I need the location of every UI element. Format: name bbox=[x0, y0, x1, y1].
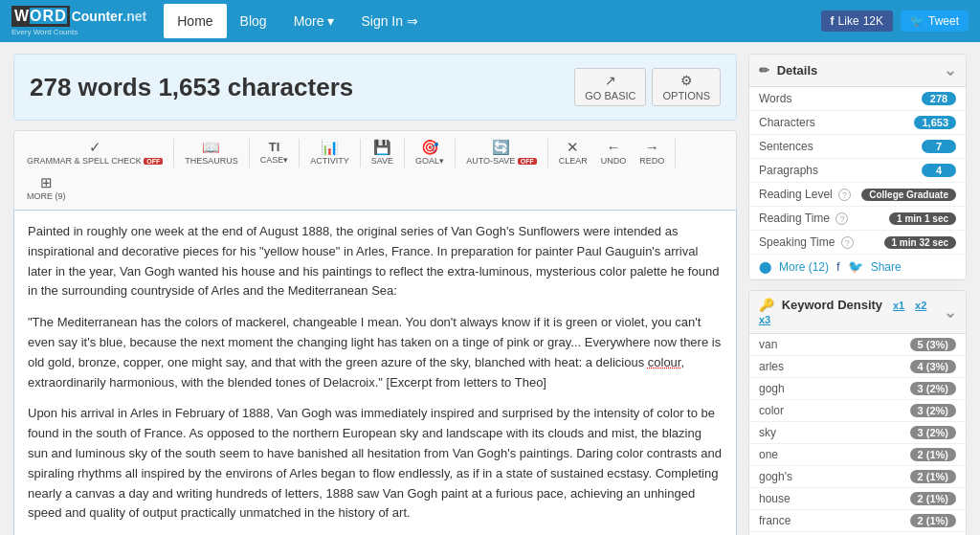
keyword-density-collapse-button[interactable]: ⌄ bbox=[944, 303, 956, 322]
thesaurus-button[interactable]: 📖 THESAURUS bbox=[180, 137, 243, 168]
divider-8 bbox=[675, 139, 676, 167]
gear-icon: ⚙ bbox=[680, 73, 693, 88]
keyword-count: 2 (1%) bbox=[910, 514, 956, 527]
keyword-row: sky3 (2%) bbox=[749, 422, 966, 444]
facebook-like-button[interactable]: f Like 12K bbox=[821, 11, 893, 32]
keyword-density-header: 🔑 Keyword Density x1 x2 x3 ⌄ bbox=[749, 291, 966, 334]
grammar-spell-check-button[interactable]: ✓ GRAMMAR & SPELL CHECK OFF bbox=[22, 137, 167, 168]
divider-4 bbox=[360, 139, 361, 167]
autosave-status: OFF bbox=[518, 158, 537, 165]
keyword-word: house bbox=[759, 492, 791, 505]
stats-bar: 278 words 1,653 characters ↗ GO BASIC ⚙ … bbox=[13, 54, 737, 121]
autosave-label: AUTO-SAVE OFF bbox=[466, 156, 537, 166]
words-label: Words bbox=[759, 92, 791, 105]
keyword-header-left: 🔑 Keyword Density x1 x2 x3 bbox=[759, 298, 944, 326]
keyword-count: 3 (2%) bbox=[910, 382, 956, 395]
keyword-word: color bbox=[759, 404, 784, 417]
kd-x1-button[interactable]: x1 bbox=[893, 300, 904, 311]
redo-button[interactable]: → REDO bbox=[635, 137, 669, 168]
reading-level-info-icon[interactable]: ? bbox=[838, 189, 851, 201]
detail-characters-row: Characters 1,653 bbox=[749, 111, 966, 135]
logo-net: .net bbox=[122, 9, 146, 24]
keyword-word: gogh bbox=[759, 382, 785, 395]
goal-button[interactable]: 🎯 GOAL▾ bbox=[411, 137, 449, 168]
case-label: CASE▾ bbox=[260, 155, 289, 165]
redo-label: REDO bbox=[639, 156, 664, 166]
clear-button[interactable]: ✕ CLEAR bbox=[554, 137, 592, 168]
grid-icon: ⊞ bbox=[40, 175, 53, 189]
autosave-text: AUTO-SAVE bbox=[466, 156, 515, 166]
keyword-word: arles bbox=[759, 360, 784, 373]
toggle-icon: ⬤ bbox=[759, 260, 771, 274]
main-layout: 278 words 1,653 characters ↗ GO BASIC ⚙ … bbox=[0, 42, 980, 535]
checkmark-icon: ✓ bbox=[89, 140, 101, 154]
fb-like-label: Like bbox=[838, 14, 859, 28]
details-header-left: ✏ Details bbox=[759, 63, 817, 78]
paragraphs-value: 4 bbox=[922, 164, 956, 177]
left-column: 278 words 1,653 characters ↗ GO BASIC ⚙ … bbox=[13, 54, 737, 535]
go-basic-button[interactable]: ↗ GO BASIC bbox=[574, 68, 646, 106]
keyword-row: one2 (1%) bbox=[749, 444, 966, 466]
undo-button[interactable]: ← UNDO bbox=[596, 137, 632, 168]
characters-value: 1,653 bbox=[914, 116, 956, 129]
speaking-time-info-icon[interactable]: ? bbox=[841, 236, 854, 249]
more-button[interactable]: ⊞ MORE (9) bbox=[22, 172, 71, 204]
undo-icon: ← bbox=[607, 140, 621, 154]
details-panel: ✏ Details ⌄ Words 278 Characters 1,653 S… bbox=[748, 54, 967, 280]
details-collapse-button[interactable]: ⌄ bbox=[944, 61, 956, 79]
reading-time-value: 1 min 1 sec bbox=[889, 212, 956, 225]
keyword-count: 3 (2%) bbox=[910, 426, 956, 439]
keyword-word: sky bbox=[759, 426, 776, 439]
facebook-share-icon[interactable]: f bbox=[836, 259, 840, 274]
autosave-button[interactable]: 🔄 AUTO-SAVE OFF bbox=[461, 137, 542, 168]
save-button[interactable]: 💾 SAVE bbox=[367, 137, 398, 168]
paragraphs-label: Paragraphs bbox=[759, 164, 818, 177]
stats-buttons: ↗ GO BASIC ⚙ OPTIONS bbox=[574, 68, 721, 106]
header: WORD Counter .net Every Word Counts Home… bbox=[0, 0, 980, 42]
facebook-icon: f bbox=[831, 14, 835, 28]
detail-words-row: Words 278 bbox=[749, 87, 966, 111]
target-icon: 🎯 bbox=[421, 140, 439, 154]
divider-2 bbox=[249, 139, 250, 167]
paragraph-1: Painted in roughly one week at the end o… bbox=[28, 222, 723, 301]
logo-text: WORD bbox=[11, 6, 70, 27]
nav-signin[interactable]: Sign In ⇒ bbox=[347, 4, 431, 38]
detail-reading-level-row: Reading Level ? College Graduate bbox=[749, 183, 966, 207]
clear-icon: ✕ bbox=[567, 140, 579, 154]
spell-check-word: colour bbox=[648, 355, 681, 369]
kd-x3-button[interactable]: x3 bbox=[759, 314, 770, 325]
paragraph-3: Upon his arrival in Arles in February of… bbox=[28, 404, 723, 524]
reading-time-label: Reading Time ? bbox=[759, 212, 848, 225]
reading-time-info-icon[interactable]: ? bbox=[835, 212, 848, 225]
keyword-count: 3 (2%) bbox=[910, 404, 956, 417]
twitter-share-icon[interactable]: 🐦 bbox=[848, 259, 863, 274]
main-nav: Home Blog More ▾ Sign In ⇒ bbox=[164, 4, 432, 38]
nav-blog[interactable]: Blog bbox=[227, 4, 280, 38]
twitter-icon: 🐦 bbox=[910, 14, 924, 28]
keyword-count: 2 (1%) bbox=[910, 492, 956, 505]
keyword-row: france2 (1%) bbox=[749, 510, 966, 532]
details-share-link[interactable]: Share bbox=[871, 260, 902, 274]
logo-tagline: Every Word Counts bbox=[11, 28, 78, 36]
activity-button[interactable]: 📊 ACTIVITY bbox=[305, 137, 354, 168]
keyword-word: van bbox=[759, 338, 777, 351]
key-icon: 🔑 bbox=[759, 298, 774, 312]
detail-reading-time-row: Reading Time ? 1 min 1 sec bbox=[749, 207, 966, 231]
case-button[interactable]: TI CASE▾ bbox=[256, 138, 294, 167]
keyword-count: 5 (3%) bbox=[910, 338, 956, 351]
options-button[interactable]: ⚙ OPTIONS bbox=[652, 68, 721, 106]
activity-label: ACTIVITY bbox=[310, 156, 349, 166]
options-label: OPTIONS bbox=[662, 90, 710, 101]
text-editor[interactable]: Painted in roughly one week at the end o… bbox=[13, 210, 737, 535]
characters-label: Characters bbox=[759, 116, 815, 129]
twitter-tweet-button[interactable]: 🐦 Tweet bbox=[901, 11, 969, 32]
keyword-density-title: Keyword Density bbox=[782, 298, 882, 312]
go-basic-label: GO BASIC bbox=[585, 90, 635, 101]
nav-more[interactable]: More ▾ bbox=[280, 4, 348, 38]
keyword-density-list: van5 (3%)arles4 (3%)gogh3 (2%)color3 (2%… bbox=[749, 334, 966, 535]
header-right: f Like 12K 🐦 Tweet bbox=[821, 11, 969, 32]
details-more-link[interactable]: More (12) bbox=[779, 260, 829, 274]
nav-home[interactable]: Home bbox=[164, 4, 226, 38]
kd-x2-button[interactable]: x2 bbox=[915, 300, 926, 311]
paragraph-2: "The Mediterranean has the colors of mac… bbox=[28, 313, 723, 392]
